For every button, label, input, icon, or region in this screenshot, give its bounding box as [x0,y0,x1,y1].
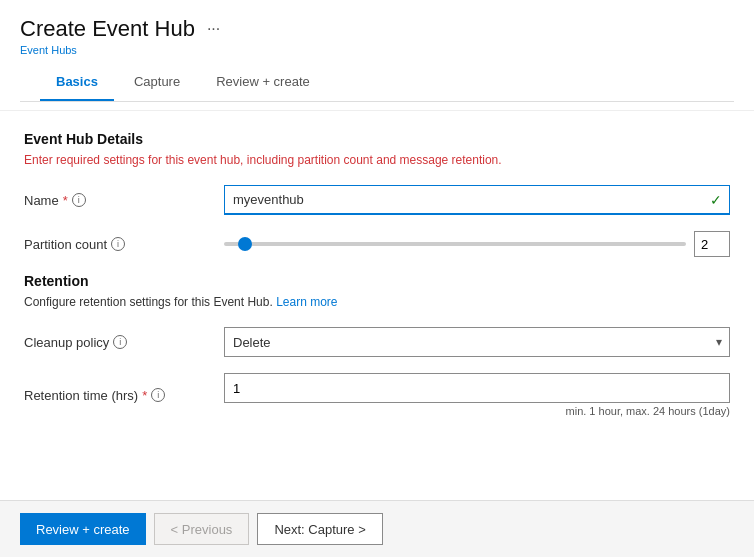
previous-button[interactable]: < Previous [154,513,250,545]
retention-desc: Configure retention settings for this Ev… [24,295,730,309]
ellipsis-button[interactable]: ··· [203,18,224,40]
name-input[interactable] [224,185,730,215]
cleanup-policy-info-icon[interactable]: i [113,335,127,349]
partition-count-row: Partition count i [24,231,730,257]
tabs-nav: Basics Capture Review + create [20,64,734,102]
main-content: Event Hub Details Enter required setting… [0,111,754,500]
retention-required-marker: * [142,388,147,403]
partition-count-label: Partition count i [24,237,224,252]
event-hub-details-title: Event Hub Details [24,131,730,147]
partition-count-info-icon[interactable]: i [111,237,125,251]
retention-time-hint: min. 1 hour, max. 24 hours (1day) [224,405,730,417]
name-required-marker: * [63,193,68,208]
retention-time-input[interactable] [224,373,730,403]
retention-section: Retention Configure retention settings f… [24,273,730,417]
tab-review-create[interactable]: Review + create [200,64,326,101]
retention-time-row: Retention time (hrs) * i min. 1 hour, ma… [24,373,730,417]
cleanup-policy-select[interactable]: Delete Compact Delete and Compact [224,327,730,357]
retention-title: Retention [24,273,730,289]
tab-basics[interactable]: Basics [40,64,114,101]
name-info-icon[interactable]: i [72,193,86,207]
footer: Review + create < Previous Next: Capture… [0,500,754,557]
page-title: Create Event Hub [20,16,195,42]
partition-count-value[interactable] [694,231,730,257]
name-valid-icon: ✓ [710,192,722,208]
review-create-button[interactable]: Review + create [20,513,146,545]
partition-count-slider[interactable] [224,242,686,246]
retention-time-label: Retention time (hrs) * i [24,388,224,403]
cleanup-policy-row: Cleanup policy i Delete Compact Delete a… [24,327,730,357]
partition-count-slider-wrapper [224,231,730,257]
name-row: Name * i ✓ [24,185,730,215]
learn-more-link[interactable]: Learn more [276,295,337,309]
retention-time-wrapper: min. 1 hour, max. 24 hours (1day) [224,373,730,417]
cleanup-policy-label: Cleanup policy i [24,335,224,350]
tab-capture[interactable]: Capture [118,64,196,101]
next-capture-button[interactable]: Next: Capture > [257,513,382,545]
retention-time-info-icon[interactable]: i [151,388,165,402]
breadcrumb[interactable]: Event Hubs [20,44,734,56]
name-input-wrapper: ✓ [224,185,730,215]
event-hub-details-desc: Enter required settings for this event h… [24,153,730,167]
cleanup-policy-wrapper: Delete Compact Delete and Compact ▾ [224,327,730,357]
name-label: Name * i [24,193,224,208]
